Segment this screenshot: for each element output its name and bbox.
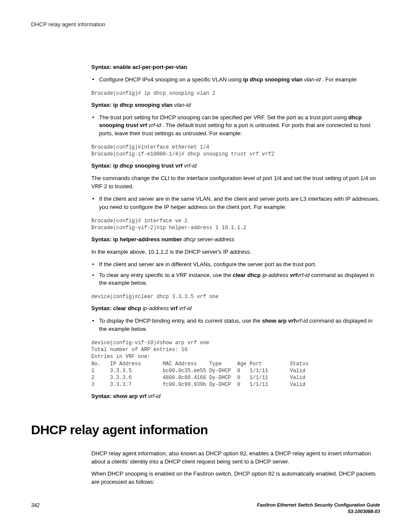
syntax-enable-acl: Syntax: enable acl-per-port-per-vlan bbox=[91, 63, 380, 72]
bullet-show-arp: To display the DHCP binding entry, and i… bbox=[91, 317, 380, 333]
para-cli-change: The commands change the CLI to the inter… bbox=[91, 174, 380, 191]
doc-line2: 53-1003088-03 bbox=[348, 509, 380, 514]
header-title: DHCP relay agent information bbox=[31, 21, 105, 28]
code-helper-address: Brocade(config)# interface ve 2 Brocade(… bbox=[91, 218, 380, 231]
bullet-diff-vlan: If the client and server are in differen… bbox=[91, 261, 380, 269]
section-heading: DHCP relay agent information bbox=[31, 420, 380, 439]
bullet-list-2: The trust port setting for DHCP snooping… bbox=[91, 114, 380, 138]
page-header: DHCP relay agent information bbox=[31, 21, 380, 29]
page-footer: 342 FastIron Ethernet Switch Security Co… bbox=[31, 502, 380, 515]
syntax-snooping-vlan: Syntax: ip dhcp snooping vlan vlan-id bbox=[91, 101, 380, 109]
text: To display the DHCP binding entry, and i… bbox=[99, 317, 262, 324]
para-option82-enabled: When DHCP snooping is enabled on the Fas… bbox=[91, 470, 380, 486]
code-trust-vrf: Brocade(config)#interface ethernet 1/4 B… bbox=[91, 144, 380, 158]
bullet-configure-snooping: Configure DHCP IPv4 snooping on a specif… bbox=[91, 76, 380, 84]
text: The trust port setting for DHCP snooping… bbox=[99, 114, 349, 121]
text: . For example: bbox=[322, 76, 358, 83]
syntax-label: Syntax: enable acl-per-port-per-vlan bbox=[91, 64, 187, 70]
syntax-param: vrf-id bbox=[148, 393, 160, 399]
bullet-list-1: Configure DHCP IPv4 snooping on a specif… bbox=[91, 76, 380, 84]
syntax-label: vrf bbox=[169, 305, 179, 311]
bullet-trust-port: The trust port setting for DHCP snooping… bbox=[91, 114, 380, 138]
syntax-clear-dhcp: Syntax: clear dhcp ip-address vrf vrf-id bbox=[91, 305, 380, 313]
main-content: Syntax: enable acl-per-port-per-vlan Con… bbox=[91, 63, 380, 486]
para-dhcp-server-ip: In the example above, 10.1.1.2 is the DH… bbox=[91, 248, 380, 256]
para-option82-intro: DHCP relay agent information, also known… bbox=[91, 450, 380, 466]
param: ip-address bbox=[262, 272, 290, 278]
page-number: 342 bbox=[31, 502, 40, 509]
syntax-label: Syntax: ip dhcp snooping trust vrf bbox=[91, 162, 184, 169]
code-show-arp: device(config-vif-10)#show arp vrf one T… bbox=[91, 339, 380, 388]
code-clear-dhcp: device(config)#clear dhcp 3.3.3.5 vrf on… bbox=[91, 293, 380, 300]
syntax-param: vrf-id bbox=[179, 305, 192, 311]
bullet-list-4: If the client and server are in differen… bbox=[91, 261, 380, 288]
param: vrf-id bbox=[297, 272, 310, 278]
doc-title: FastIron Ethernet Switch Security Config… bbox=[257, 502, 380, 515]
syntax-show-arp: Syntax: show arp vrf vrf-id bbox=[91, 392, 380, 401]
syntax-helper-address: Syntax: ip helper-address number dhcp se… bbox=[91, 236, 380, 244]
syntax-label: Syntax: ip dhcp snooping vlan bbox=[91, 102, 174, 108]
syntax-param: vrf-id bbox=[184, 162, 196, 169]
syntax-param: dhcp server-address bbox=[184, 236, 234, 243]
code-snooping-vlan: Brocade(config)# ip dhcp snooping vlan 2 bbox=[91, 90, 380, 97]
cmd: vrf bbox=[290, 272, 297, 278]
param: vlan-id bbox=[302, 76, 322, 83]
syntax-param: ip-address bbox=[143, 305, 169, 311]
bullet-same-vlan: If the client and server are in the same… bbox=[91, 195, 380, 212]
bullet-list-3: If the client and server are in the same… bbox=[91, 195, 380, 212]
text: To clear any entry specific to a VRF ins… bbox=[99, 272, 233, 278]
cmd: show arp vrf bbox=[262, 317, 295, 324]
cmd: clear dhcp bbox=[233, 272, 262, 278]
syntax-label: Syntax: clear dhcp bbox=[91, 305, 143, 311]
syntax-trust-vrf: Syntax: ip dhcp snooping trust vrf vrf-i… bbox=[91, 162, 380, 170]
bullet-list-5: To display the DHCP binding entry, and i… bbox=[91, 317, 380, 333]
param: vrf-id bbox=[295, 317, 308, 324]
doc-line1: FastIron Ethernet Switch Security Config… bbox=[257, 502, 380, 507]
syntax-label: Syntax: ip helper-address number bbox=[91, 236, 184, 243]
syntax-label: Syntax: show arp vrf bbox=[91, 393, 148, 399]
text: Configure DHCP IPv4 snooping on a specif… bbox=[99, 76, 243, 83]
cmd: ip dhcp snooping vlan bbox=[243, 76, 302, 83]
syntax-param: vlan-id bbox=[174, 102, 190, 108]
param: vrf-id bbox=[147, 122, 162, 128]
bullet-clear-vrf: To clear any entry specific to a VRF ins… bbox=[91, 271, 380, 288]
